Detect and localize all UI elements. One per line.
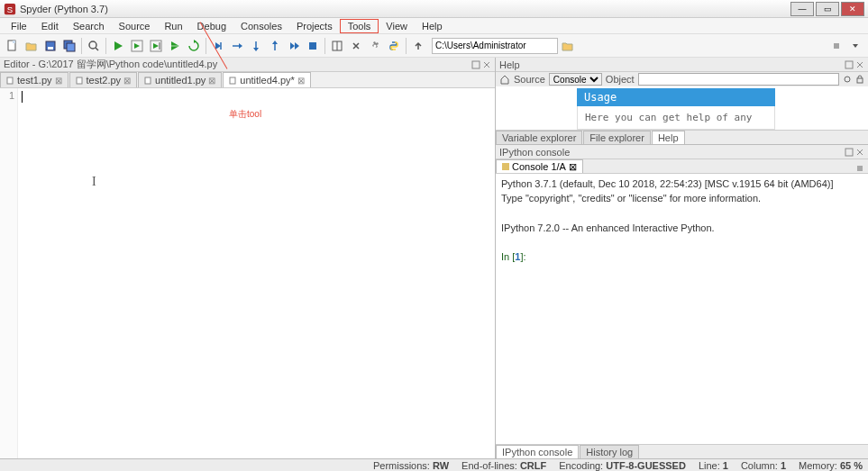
cwd-browse-button[interactable] xyxy=(559,37,577,55)
run-selection-button[interactable] xyxy=(166,37,184,55)
svg-rect-35 xyxy=(230,77,235,84)
svg-rect-5 xyxy=(48,47,53,50)
statusbar: Permissions: RW End-of-lines: CRLF Encod… xyxy=(0,458,868,471)
toolbar-dropdown-button[interactable] xyxy=(846,38,864,54)
search-button[interactable] xyxy=(85,37,103,55)
menu-help[interactable]: Help xyxy=(415,20,450,32)
pane-undock-icon[interactable] xyxy=(845,60,854,69)
window-title: Spyder (Python 3.7) xyxy=(20,4,790,14)
svg-rect-7 xyxy=(67,43,75,51)
menu-debug[interactable]: Debug xyxy=(190,20,233,32)
code-editor[interactable]: I 单击tool xyxy=(18,88,495,458)
svg-rect-3 xyxy=(13,41,15,43)
help-tab-file-explorer[interactable]: File explorer xyxy=(583,131,651,144)
console-header: IPython console xyxy=(499,147,845,158)
cwd-input[interactable] xyxy=(432,38,558,54)
pane-close-icon[interactable] xyxy=(855,60,864,69)
status-line: Line: 1 xyxy=(699,460,728,471)
editor-tab[interactable]: untitled1.py⊠ xyxy=(138,72,222,87)
menu-edit[interactable]: Edit xyxy=(34,20,66,32)
help-tab-variable-explorer[interactable]: Variable explorer xyxy=(496,131,582,144)
close-icon[interactable]: ⊠ xyxy=(208,76,215,86)
help-header: Help xyxy=(499,59,845,70)
status-column: Column: 1 xyxy=(741,460,786,471)
debug-step-out-button[interactable] xyxy=(266,37,284,55)
text-cursor-icon: I xyxy=(92,175,96,189)
svg-rect-31 xyxy=(472,61,480,68)
menu-view[interactable]: View xyxy=(379,20,415,32)
console-tab-label: Console 1/A xyxy=(512,161,566,172)
window-titlebar: S Spyder (Python 3.7) — ▭ ✕ xyxy=(0,0,868,18)
menu-projects[interactable]: Projects xyxy=(289,20,340,32)
maximize-button[interactable]: ▭ xyxy=(816,2,839,16)
tab-label: untitled4.py* xyxy=(240,75,295,86)
run-cell-advance-button[interactable] xyxy=(147,37,165,55)
status-permissions: Permissions: RW xyxy=(373,460,449,471)
menu-run[interactable]: Run xyxy=(157,20,189,32)
ipython-console-pane: IPython console Console 1/A ⊠ Python 3.7… xyxy=(496,145,868,458)
console-tab[interactable]: Console 1/A ⊠ xyxy=(496,159,583,173)
console-bottom-tab-ipython-console[interactable]: IPython console xyxy=(496,445,579,458)
editor-tab[interactable]: test2.py⊠ xyxy=(69,72,138,87)
editor-pane: Editor - G:\2017 留学网\Python code\untitle… xyxy=(0,58,496,458)
editor-tab[interactable]: untitled4.py*⊠ xyxy=(223,72,311,87)
toolbar-menu-button[interactable] xyxy=(827,38,845,54)
menu-search[interactable]: Search xyxy=(66,20,112,32)
menu-source[interactable]: Source xyxy=(112,20,158,32)
debug-stop-button[interactable] xyxy=(304,37,322,55)
file-icon xyxy=(229,77,237,85)
menu-consoles[interactable]: Consoles xyxy=(233,20,289,32)
editor-tab[interactable]: test1.py⊠ xyxy=(0,72,69,87)
options-icon[interactable] xyxy=(843,75,852,84)
close-button[interactable]: ✕ xyxy=(841,2,864,16)
close-icon[interactable]: ⊠ xyxy=(569,161,577,173)
object-input[interactable] xyxy=(638,73,839,86)
open-file-button[interactable] xyxy=(23,37,41,55)
kernel-icon xyxy=(502,163,509,170)
console-bottom-tabs: IPython consoleHistory log xyxy=(496,444,868,458)
minimize-button[interactable]: — xyxy=(790,2,814,16)
lock-icon[interactable] xyxy=(855,75,864,84)
save-button[interactable] xyxy=(41,37,59,55)
debug-step-into-button[interactable] xyxy=(247,37,265,55)
run-button[interactable] xyxy=(109,37,127,55)
svg-point-29 xyxy=(374,44,377,47)
close-icon[interactable]: ⊠ xyxy=(55,76,62,86)
file-icon xyxy=(144,77,152,85)
pane-close-icon[interactable] xyxy=(855,148,864,157)
layout-button[interactable] xyxy=(328,37,346,55)
help-pane: Help Source Console Object Usage Here yo… xyxy=(496,58,868,145)
home-icon[interactable] xyxy=(499,74,510,85)
source-label: Source xyxy=(514,74,545,85)
editor-header: Editor - G:\2017 留学网\Python code\untitle… xyxy=(4,58,471,71)
close-icon[interactable]: ⊠ xyxy=(123,76,131,86)
console-bottom-tab-history-log[interactable]: History log xyxy=(580,445,639,458)
new-file-button[interactable] xyxy=(4,37,22,55)
status-memory: Memory: 65 % xyxy=(799,460,863,471)
svg-rect-26 xyxy=(309,42,316,50)
menu-tools[interactable]: Tools xyxy=(340,19,379,33)
preferences-button[interactable] xyxy=(366,37,384,55)
cwd-up-button[interactable] xyxy=(409,37,427,55)
maximize-pane-button[interactable] xyxy=(347,37,365,55)
debug-step-button[interactable] xyxy=(228,37,246,55)
source-select[interactable]: Console xyxy=(549,73,602,86)
console-options-icon[interactable] xyxy=(852,164,868,173)
svg-rect-38 xyxy=(857,78,863,83)
svg-marker-12 xyxy=(134,43,140,49)
rerun-button[interactable] xyxy=(185,37,203,55)
svg-text:S: S xyxy=(7,4,13,14)
run-cell-button[interactable] xyxy=(128,37,146,55)
save-all-button[interactable] xyxy=(60,37,78,55)
console-output[interactable]: Python 3.7.1 (default, Dec 10 2018, 22:5… xyxy=(496,174,868,444)
status-eol: End-of-lines: CRLF xyxy=(461,460,546,471)
pane-close-icon[interactable] xyxy=(482,60,491,69)
close-icon[interactable]: ⊠ xyxy=(297,76,305,86)
file-icon xyxy=(6,77,14,85)
pane-options-icon[interactable] xyxy=(471,60,480,69)
debug-continue-button[interactable] xyxy=(285,37,303,55)
help-tab-help[interactable]: Help xyxy=(652,131,685,144)
python-path-button[interactable] xyxy=(385,37,403,55)
pane-undock-icon[interactable] xyxy=(845,148,854,157)
menu-file[interactable]: File xyxy=(4,20,34,32)
